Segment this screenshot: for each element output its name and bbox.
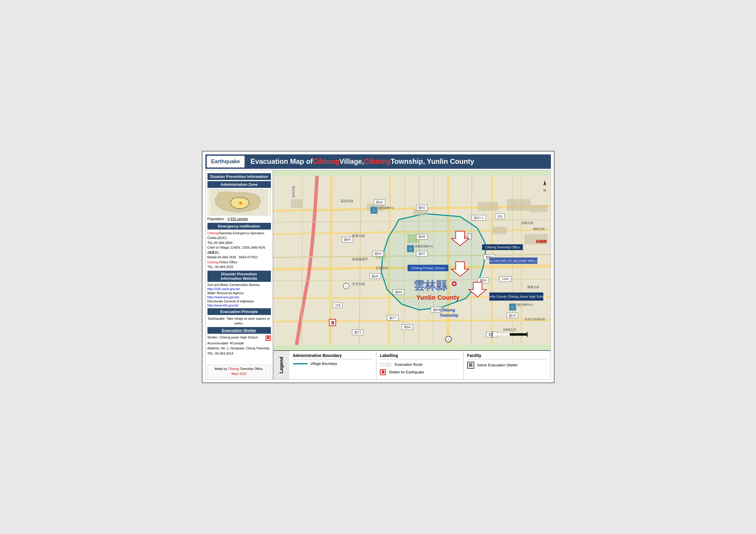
shelter-eq-icon: 震 xyxy=(380,369,386,375)
svg-text:1542: 1542 xyxy=(501,277,509,281)
svg-text:縣47: 縣47 xyxy=(418,252,425,255)
svg-rect-113 xyxy=(492,333,510,336)
svg-text:ROW, CTR, SHR, CTL, BIO-ZONE, : ROW, CTR, SHR, CTL, BIO-ZONE, IRRIG, STA xyxy=(485,259,541,262)
svg-text:Yunlin County: Yunlin County xyxy=(416,294,460,301)
shelter-tel: TEL: 05-584-2014 xyxy=(207,351,271,356)
svg-text:縣54: 縣54 xyxy=(433,308,440,311)
info-url3[interactable]: http://www.thb.gov.tw/ xyxy=(207,304,271,307)
evac-route-icon xyxy=(380,362,392,368)
svg-text:縣47-1: 縣47-1 xyxy=(474,216,484,219)
svg-text:甘蔗分線: 甘蔗分線 xyxy=(352,282,365,286)
svg-text:1: 1 xyxy=(447,338,449,341)
svg-text:⌂: ⌂ xyxy=(511,304,514,309)
svg-text:156: 156 xyxy=(335,304,340,307)
legend-content: Administrative Boundary Village Boundary… xyxy=(289,351,551,379)
sidebar-admin-zone-title: Administration Zone xyxy=(207,181,271,188)
evac-principle-text: Earthquake: Take refuge at open spaces o… xyxy=(207,316,271,326)
svg-text:Cihtong: Cihtong xyxy=(440,307,455,312)
main-content: Disaster Prevention Information Administ… xyxy=(205,170,551,380)
legend-facility-title: Facility xyxy=(467,353,547,359)
township-name: Cihtong xyxy=(364,157,391,165)
title-mid: Village, xyxy=(339,157,364,165)
shelter-block: Shelter: Cihtong junior High School 震 Ac… xyxy=(207,335,271,356)
svg-rect-27 xyxy=(477,202,498,211)
svg-text:Cihtong Township Office: Cihtong Township Office xyxy=(485,245,520,249)
svg-text:甘蔗排水: 甘蔗排水 xyxy=(375,266,388,269)
made-by-org: Cihtong xyxy=(228,367,239,370)
svg-text:縣70: 縣70 xyxy=(509,314,516,317)
svg-text:縣56: 縣56 xyxy=(404,325,411,329)
sidebar: Disaster Prevention Information Administ… xyxy=(205,170,273,380)
shelter-icon: 震 xyxy=(266,336,271,341)
emergency-title: Emergency notification xyxy=(207,223,271,230)
info-url2[interactable]: http://www.wra.gov.tw/ xyxy=(207,295,271,299)
evac-shelter-title: Evacuation Shelter xyxy=(207,327,271,334)
earthquake-label: Earthquake xyxy=(206,156,245,167)
title-start: Evacuation Map of xyxy=(251,157,313,165)
legend-shelter-eq: 震 Shelter for Earthquake xyxy=(380,369,460,375)
svg-text:Cihtong Primary School: Cihtong Primary School xyxy=(411,266,445,269)
svg-text:縣45: 縣45 xyxy=(372,274,378,278)
svg-text:安農里活動中心: 安農里活動中心 xyxy=(415,245,433,248)
village-boundary-icon xyxy=(293,363,308,364)
legend-indoor-shelter: 固 Indoor Evacuation Shelter xyxy=(467,362,547,369)
shelter-accommodate: Accommodate: 40 people xyxy=(207,341,271,346)
svg-text:新商職運甲: 新商職運甲 xyxy=(352,258,368,261)
svg-text:縣77: 縣77 xyxy=(389,316,396,319)
made-by-date: Mayt 2022 xyxy=(231,372,247,375)
svg-text:N: N xyxy=(543,189,546,192)
svg-rect-126 xyxy=(380,364,389,366)
info-org2: Water Resources Agency xyxy=(207,291,271,295)
svg-text:156: 156 xyxy=(497,214,502,218)
shelter-eq-label: Shelter for Earthquake xyxy=(389,370,424,374)
legend-area: Legend Administrative Boundary Village B… xyxy=(273,350,551,379)
info-url1[interactable]: http://246.swcb.gov.tw/ xyxy=(207,287,271,291)
svg-text:⌂: ⌂ xyxy=(372,208,375,213)
svg-text:縣54: 縣54 xyxy=(479,279,486,282)
svg-text:縣44: 縣44 xyxy=(344,238,351,241)
svg-text:高南大圳灌幹線: 高南大圳灌幹線 xyxy=(524,318,545,320)
legend-admin-title: Administrative Boundary xyxy=(293,353,373,359)
emergency-block: CihtongTownship Emergency Operation Cent… xyxy=(207,231,271,269)
info-website-title: Disaster PreventionInformation Website xyxy=(207,271,271,282)
indoor-shelter-label: Indoor Evacuation Shelter xyxy=(477,363,518,367)
info-org1: Soil and Water Conservation Bureau xyxy=(207,283,271,287)
made-by-text: Made by xyxy=(214,367,228,370)
population-text: Population：4,932 people xyxy=(207,216,271,222)
svg-text:刺桐鄉: 刺桐鄉 xyxy=(536,240,547,244)
legend-labelling-title: Labelling xyxy=(380,353,460,359)
legend-village-boundary: Village Boundary xyxy=(293,362,373,366)
svg-rect-31 xyxy=(492,227,507,234)
svg-text:震: 震 xyxy=(331,320,334,325)
header: Earthquake Evacuation Map of Cihtong Vil… xyxy=(205,154,551,169)
village-name: Cihtong xyxy=(313,157,340,165)
svg-text:Township: Township xyxy=(440,313,458,318)
svg-text:Yunlin County Cihtong Junior H: Yunlin County Cihtong Junior High School xyxy=(487,295,546,298)
shelter-name: Shelter: Cihtong junior High School xyxy=(207,335,264,340)
svg-text:都計邊界中心: 都計邊界中心 xyxy=(517,303,533,306)
svg-text:縣73: 縣73 xyxy=(354,331,361,334)
legend-label: Legend xyxy=(273,351,289,379)
legend-evac-route: Evacuation Route xyxy=(380,362,460,368)
svg-text:東興分線: 東興分線 xyxy=(352,234,365,238)
svg-text:蒜頭支線: 蒜頭支線 xyxy=(340,199,353,203)
indoor-shelter-icon: 固 xyxy=(467,362,474,369)
svg-point-1 xyxy=(239,202,242,205)
legend-admin-boundary: Administrative Boundary Village Boundary xyxy=(289,351,377,379)
village-boundary-label: Village Boundary xyxy=(310,362,337,366)
svg-text:廟後支線: 廟後支線 xyxy=(533,227,545,230)
svg-rect-24 xyxy=(291,199,302,208)
svg-point-102 xyxy=(453,282,455,285)
svg-text:雲林縣: 雲林縣 xyxy=(413,279,447,292)
title-end: Township, Yunlin County xyxy=(391,157,474,165)
evac-principle-title: Evacuation Principle xyxy=(207,308,271,315)
evac-route-label: Evacuation Route xyxy=(394,363,422,367)
svg-text:縣42: 縣42 xyxy=(376,200,383,204)
svg-text:西螺支線: 西螺支線 xyxy=(521,221,533,224)
svg-text:糖廠支線: 糖廠支線 xyxy=(527,285,539,289)
svg-text:縣49: 縣49 xyxy=(418,235,425,239)
main-container: Earthquake Evacuation Map of Cihtong Vil… xyxy=(202,151,554,383)
svg-rect-28 xyxy=(506,199,530,211)
svg-marker-127 xyxy=(388,362,392,367)
svg-rect-29 xyxy=(530,205,548,212)
